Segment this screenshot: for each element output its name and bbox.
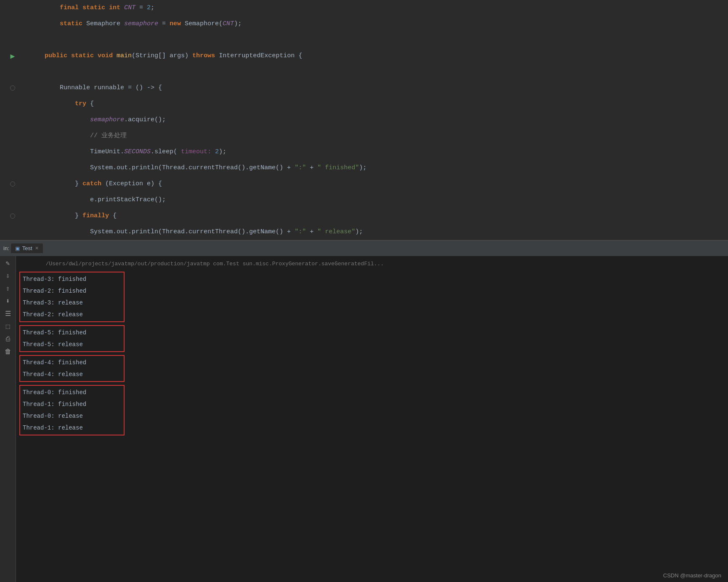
output-group-3-wrapper: Thread-4: finished Thread-4: release <box>19 354 725 383</box>
code-line-7: try { <box>29 96 728 112</box>
output-group-3: Thread-4: finished Thread-4: release <box>19 355 125 382</box>
terminal-line-8: Thread-4: release <box>23 368 121 380</box>
gutter-row-6 <box>0 80 25 96</box>
gutter-row-15 <box>0 224 25 240</box>
breakpoint-12[interactable] <box>10 182 15 187</box>
terminal-tabs: in: ▣ Test ✕ <box>0 240 728 256</box>
terminal-tab-name: Test <box>22 245 32 251</box>
terminal-line-3: Thread-3: release <box>23 297 121 309</box>
gutter-icons: ▶ <box>0 0 25 240</box>
output-group-1-wrapper: Thread-3: finished Thread-2: finished Th… <box>19 271 725 323</box>
gutter-row-11 <box>0 160 25 176</box>
output-group-1: Thread-3: finished Thread-2: finished Th… <box>19 272 125 322</box>
editor-area: ▶ <box>0 0 728 240</box>
scroll-up-icon[interactable]: ⇧ <box>5 285 11 293</box>
watermark: CSDN @master-dragon <box>663 572 721 579</box>
gutter-row-7 <box>0 96 25 112</box>
main-layout: ▶ <box>0 0 728 582</box>
code-line-9: // 业务处理 <box>29 128 728 144</box>
run-icon[interactable]: ▶ <box>11 51 15 61</box>
output-group-4-wrapper: Thread-0: finished Thread-1: finished Th… <box>19 384 725 436</box>
code-line-1: final static int CNT = 2 ; <box>29 0 728 16</box>
code-line-6: Runnable runnable = () -> { <box>29 80 728 96</box>
terminal-line-1: Thread-3: finished <box>23 273 121 285</box>
terminal-line-12: Thread-1: release <box>23 422 121 434</box>
output-group-4: Thread-0: finished Thread-1: finished Th… <box>19 385 125 435</box>
terminal-line-5: Thread-5: finished <box>23 327 121 339</box>
code-line-2: static Semaphore semaphore = new Semapho… <box>29 16 728 32</box>
code-lines: final static int CNT = 2 ; static Semaph… <box>25 0 728 240</box>
breakpoint-6[interactable] <box>10 85 15 91</box>
output-group-2: Thread-5: finished Thread-5: release <box>19 325 125 352</box>
terminal-output: /Users/dwl/projects/javatmp/out/producti… <box>16 256 728 582</box>
filter-down-icon[interactable]: ⬇ <box>5 297 11 306</box>
list-icon[interactable]: ☰ <box>4 310 12 318</box>
trash-icon[interactable]: 🗑 <box>4 348 12 356</box>
code-line-15: System.out.println(Thread.currentThread(… <box>29 224 728 240</box>
terminal-line-6: Thread-5: release <box>23 339 121 350</box>
gutter-row-3 <box>0 32 25 48</box>
gutter-row-12 <box>0 176 25 192</box>
gutter-row-13 <box>0 192 25 208</box>
gutter-row-10 <box>0 144 25 160</box>
code-line-8: semaphore .acquire(); <box>29 112 728 128</box>
terminal-line-7: Thread-4: finished <box>23 357 121 368</box>
terminal-tab-active[interactable]: ▣ Test ✕ <box>11 243 43 253</box>
code-container: ▶ <box>0 0 728 240</box>
code-line-5 <box>29 64 728 80</box>
terminal-line-10: Thread-1: finished <box>23 398 121 410</box>
code-line-11: System.out.println(Thread.currentThread(… <box>29 160 728 176</box>
terminal-area: ✎ ⇩ ⇧ ⬇ ☰ ⬚ ⎙ 🗑 /Users/dwl/projects/java… <box>0 256 728 582</box>
print-icon[interactable]: ⎙ <box>5 335 11 344</box>
terminal-line-11: Thread-0: release <box>23 410 121 422</box>
gutter-row-14 <box>0 208 25 224</box>
terminal-path-line: /Users/dwl/projects/javatmp/out/producti… <box>19 258 725 270</box>
gutter-row-1 <box>0 0 25 16</box>
terminal-sidebar: ✎ ⇩ ⇧ ⬇ ☰ ⬚ ⎙ 🗑 <box>0 256 16 582</box>
code-line-13: e.printStackTrace(); <box>29 192 728 208</box>
gutter-row-5 <box>0 64 25 80</box>
terminal-line-4: Thread-2: release <box>23 309 121 320</box>
watermark-text: CSDN @master-dragon <box>663 572 721 579</box>
output-group-2-wrapper: Thread-5: finished Thread-5: release <box>19 324 725 353</box>
code-line-4: public static void main (String[] args) … <box>29 48 728 64</box>
gutter-row-8 <box>0 112 25 128</box>
terminal-line-9: Thread-0: finished <box>23 387 121 398</box>
terminal-tab-icon: ▣ <box>15 246 20 251</box>
breakpoint-14[interactable] <box>10 214 15 219</box>
terminal-tab-close[interactable]: ✕ <box>35 246 39 251</box>
code-line-3 <box>29 32 728 48</box>
gutter-row-4[interactable]: ▶ <box>0 48 25 64</box>
list-bottom-icon[interactable]: ⬚ <box>5 323 11 331</box>
terminal-line-2: Thread-2: finished <box>23 285 121 297</box>
scroll-down-icon[interactable]: ⇩ <box>5 272 11 280</box>
terminal-tab-label: in: <box>3 245 9 251</box>
code-line-14: } finally { <box>29 208 728 224</box>
code-line-10: TimeUnit. SECONDS .sleep( timeout: 2 ); <box>29 144 728 160</box>
code-line-12: } catch (Exception e) { <box>29 176 728 192</box>
gutter-row-2 <box>0 16 25 32</box>
gutter-row-9 <box>0 128 25 144</box>
gutter: ▶ <box>0 0 25 240</box>
edit-icon[interactable]: ✎ <box>5 259 11 268</box>
